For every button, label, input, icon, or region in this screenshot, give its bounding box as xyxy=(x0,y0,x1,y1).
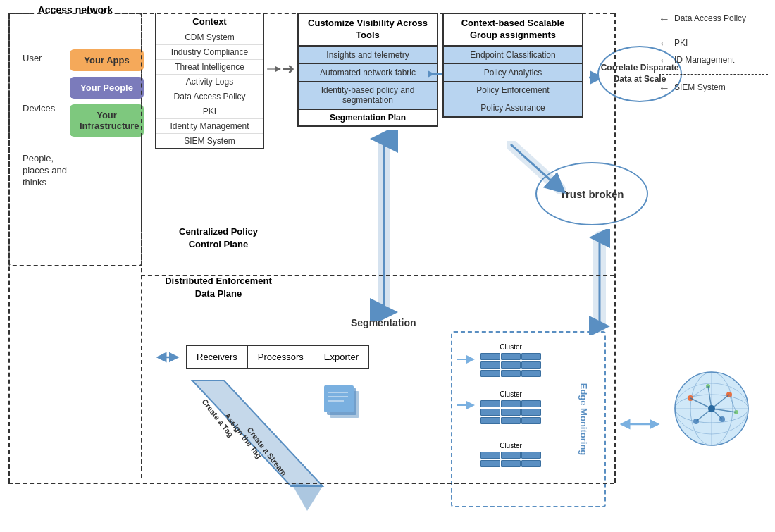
left-labels: User Devices People,places andthinks xyxy=(23,53,67,189)
context-item-data-policy: Data Access Policy xyxy=(156,89,264,104)
trust-to-bottom-arrow xyxy=(582,229,617,338)
label-places: People,places andthinks xyxy=(23,153,67,189)
receivers-item: Receivers xyxy=(187,346,248,368)
customize-header: Customize Visibility Across Tools xyxy=(299,14,437,47)
label-siem: SIEM System xyxy=(674,82,726,94)
cluster-1-label: Cluster xyxy=(480,343,541,351)
scalable-item-assurance: Policy Assurance xyxy=(444,99,582,116)
your-apps-box: Your Apps xyxy=(70,49,144,71)
context-item-cdm: CDM System xyxy=(156,30,264,45)
context-item-pki: PKI xyxy=(156,104,264,119)
segmentation-label: Segmentation xyxy=(351,317,416,328)
edge-monitoring-label: Edge Monitoring xyxy=(578,383,589,456)
customize-item-insights: Insights and telemetry xyxy=(299,47,437,64)
arrow-siem: ← xyxy=(659,82,670,94)
context-header: Context xyxy=(156,13,264,30)
right-panel: ← Data Access Policy ← PKI ← ID Manageme… xyxy=(659,13,768,94)
context-item-industry: Industry Compliance xyxy=(156,45,264,60)
context-item-identity: Identity Management xyxy=(156,119,264,134)
processors-item: Processors xyxy=(248,346,314,368)
pipeline-double-arrow xyxy=(155,345,180,369)
right-item-id-mgmt: ← ID Management xyxy=(659,54,768,67)
vertical-divider xyxy=(141,13,142,478)
context-box: Context CDM System Industry Compliance T… xyxy=(155,13,264,149)
scalable-item-endpoint: Endpoint Classification xyxy=(444,47,582,64)
bottom-dashed-border xyxy=(8,483,614,484)
pipeline-items: Receivers Processors Exporter xyxy=(186,345,369,369)
enforcement-text: Distributed Enforcement Data Plane xyxy=(162,275,275,300)
label-data-policy: Data Access Policy xyxy=(674,13,746,25)
context-item-siem: SIEM System xyxy=(156,134,264,148)
scalable-header: Context-based Scalable Group assignments xyxy=(444,14,582,47)
arrow-to-cluster1 xyxy=(455,354,476,368)
right-dashed-border xyxy=(614,13,616,483)
your-infrastructure-box: Your Infrastructure xyxy=(70,104,144,137)
customize-item-automated: Automated network fabric xyxy=(299,64,437,82)
left-dashed-border xyxy=(8,13,10,483)
scalable-item-enforcement: Policy Enforcement xyxy=(444,82,582,99)
segmentation-plan-label: Segmentation Plan xyxy=(299,109,437,125)
label-devices: Devices xyxy=(23,103,67,113)
context-to-customize-arrow xyxy=(266,62,294,76)
arrow-to-cluster2 xyxy=(455,400,476,414)
scalable-box: Context-based Scalable Group assignments… xyxy=(442,13,583,118)
exporter-item: Exporter xyxy=(314,346,368,368)
svg-line-6 xyxy=(511,144,558,187)
your-people-box: Your People xyxy=(70,77,144,99)
edge-monitoring-container: Edge Monitoring Cluster xyxy=(451,331,606,507)
pipeline-box: Receivers Processors Exporter xyxy=(155,345,369,369)
context-item-activity: Activity Logs xyxy=(156,75,264,89)
label-pki: PKI xyxy=(674,38,688,49)
label-id-mgmt: ID Management xyxy=(674,55,734,66)
customize-item-identity: Identity-based policy and segmentation xyxy=(299,82,437,109)
context-item-threat: Threat Intelligence xyxy=(156,60,264,75)
scalable-item-analytics: Policy Analytics xyxy=(444,64,582,82)
arrow-data-policy: ← xyxy=(659,13,670,25)
diagonal-to-trust xyxy=(507,141,571,200)
customize-box: Customize Visibility Across Tools Insigh… xyxy=(297,13,438,127)
right-item-siem: ← SIEM System xyxy=(659,82,768,94)
cluster-1: Cluster xyxy=(480,343,541,377)
control-plane-text: Centralized Policy Control Plane xyxy=(162,225,275,251)
right-item-pki: ← PKI xyxy=(659,37,768,50)
arrow-pki: ← xyxy=(659,37,670,50)
diagram-container: Access network User Devices People,place… xyxy=(0,0,775,532)
inner-horizontal-divider xyxy=(141,275,614,276)
svg-marker-18 xyxy=(291,483,323,511)
label-user: User xyxy=(23,53,67,63)
right-item-data-policy: ← Data Access Policy xyxy=(659,13,768,25)
top-dashed-border xyxy=(8,13,614,14)
cluster-3-label: Cluster xyxy=(480,442,541,450)
cluster-2-label: Cluster xyxy=(480,390,541,398)
cluster-2: Cluster xyxy=(480,390,541,424)
network-globe xyxy=(669,366,754,451)
cluster-3: Cluster xyxy=(480,442,541,467)
main-vertical-arrow xyxy=(366,130,402,323)
access-network-box: Access network User Devices People,place… xyxy=(8,13,142,266)
arrow-id-mgmt: ← xyxy=(659,54,670,67)
big-diagonal-arrow: Create a Tag Assign the Tag Create a Str… xyxy=(182,373,351,517)
edge-to-globe-arrow xyxy=(619,416,661,435)
app-boxes: Your Apps Your People Your Infrastructur… xyxy=(70,49,144,137)
